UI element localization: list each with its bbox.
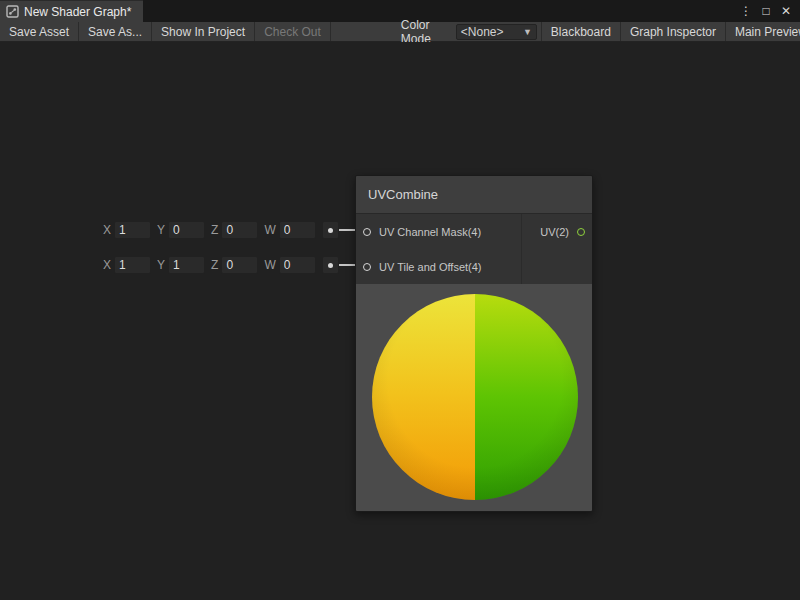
show-in-project-button[interactable]: Show In Project xyxy=(152,22,255,41)
vector4-widget-tile-offset: X Y Z W xyxy=(103,254,339,276)
widget-port-connector[interactable] xyxy=(322,256,339,274)
widget-port-connector[interactable] xyxy=(322,221,339,239)
vector-field-label: Y xyxy=(157,223,165,237)
port-dot-icon xyxy=(328,228,333,233)
graph-canvas[interactable]: X Y Z W X Y Z W xyxy=(0,42,800,600)
vector-field-input[interactable] xyxy=(279,256,316,274)
color-mode-dropdown[interactable]: <None> ▼ xyxy=(456,24,537,40)
vector-field-input[interactable] xyxy=(168,256,205,274)
output-port-icon[interactable] xyxy=(577,228,585,236)
vector-field-z: Z xyxy=(211,221,258,239)
main-preview-button[interactable]: Main Preview xyxy=(725,22,800,41)
input-port-label: UV Tile and Offset(4) xyxy=(379,261,482,273)
vector-field-input[interactable] xyxy=(114,256,151,274)
input-port-uv-channel-mask: UV Channel Mask(4) xyxy=(356,214,521,249)
vector4-widget-channel-mask: X Y Z W xyxy=(103,219,339,241)
vector-field-label: W xyxy=(264,258,275,272)
sphere-shade-overlay xyxy=(372,294,578,500)
graph-toolbar: Save Asset Save As... Show In Project Ch… xyxy=(0,22,800,42)
maximize-icon[interactable]: □ xyxy=(758,1,774,21)
node-outputs: UV(2) xyxy=(521,214,592,284)
vector-field-w: W xyxy=(264,256,315,274)
vector-field-label: Y xyxy=(157,258,165,272)
color-mode-value: <None> xyxy=(461,25,504,39)
graph-inspector-button[interactable]: Graph Inspector xyxy=(620,22,725,41)
node-title: UVCombine xyxy=(368,187,438,202)
vector-field-input[interactable] xyxy=(114,221,151,239)
close-icon[interactable]: ✕ xyxy=(778,1,794,21)
shader-graph-icon xyxy=(6,5,19,18)
vector-field-input[interactable] xyxy=(279,221,316,239)
window-controls: ⋮ □ ✕ xyxy=(738,0,800,22)
save-asset-button[interactable]: Save Asset xyxy=(0,22,79,41)
color-mode-group: Color Mode <None> ▼ xyxy=(397,22,541,41)
vector-field-input[interactable] xyxy=(221,256,258,274)
vector-field-label: Z xyxy=(211,258,218,272)
chevron-down-icon: ▼ xyxy=(523,27,532,37)
tab-new-shader-graph[interactable]: New Shader Graph* xyxy=(0,0,143,22)
vector-field-input[interactable] xyxy=(221,221,258,239)
vector-field-x: X xyxy=(103,256,151,274)
vector-field-label: W xyxy=(264,223,275,237)
output-port-uv: UV(2) xyxy=(522,214,592,249)
input-port-icon[interactable] xyxy=(363,263,371,271)
kebab-menu-icon[interactable]: ⋮ xyxy=(738,1,754,21)
input-port-uv-tile-offset: UV Tile and Offset(4) xyxy=(356,249,521,284)
node-preview-sphere xyxy=(372,294,578,500)
toolbar-right-group: Blackboard Graph Inspector Main Preview xyxy=(541,22,800,41)
blackboard-button[interactable]: Blackboard xyxy=(541,22,620,41)
vector-field-input[interactable] xyxy=(168,221,205,239)
node-header[interactable]: UVCombine xyxy=(356,176,592,214)
tab-title: New Shader Graph* xyxy=(24,5,131,19)
vector-field-w: W xyxy=(264,221,315,239)
save-as-button[interactable]: Save As... xyxy=(79,22,152,41)
vector-field-z: Z xyxy=(211,256,258,274)
node-inputs: UV Channel Mask(4) UV Tile and Offset(4) xyxy=(356,214,521,284)
input-port-icon[interactable] xyxy=(363,228,371,236)
vector-field-y: Y xyxy=(157,221,205,239)
node-ports: UV Channel Mask(4) UV Tile and Offset(4)… xyxy=(356,214,592,284)
vector-field-y: Y xyxy=(157,256,205,274)
node-preview xyxy=(356,284,592,511)
check-out-button: Check Out xyxy=(255,22,331,41)
vector-field-label: Z xyxy=(211,223,218,237)
port-dot-icon xyxy=(328,263,333,268)
node-uvcombine[interactable]: UVCombine UV Channel Mask(4) UV Tile and… xyxy=(355,175,593,512)
vector-field-x: X xyxy=(103,221,151,239)
vector-field-label: X xyxy=(103,223,111,237)
input-port-label: UV Channel Mask(4) xyxy=(379,226,481,238)
vector-field-label: X xyxy=(103,258,111,272)
output-port-label: UV(2) xyxy=(540,226,569,238)
